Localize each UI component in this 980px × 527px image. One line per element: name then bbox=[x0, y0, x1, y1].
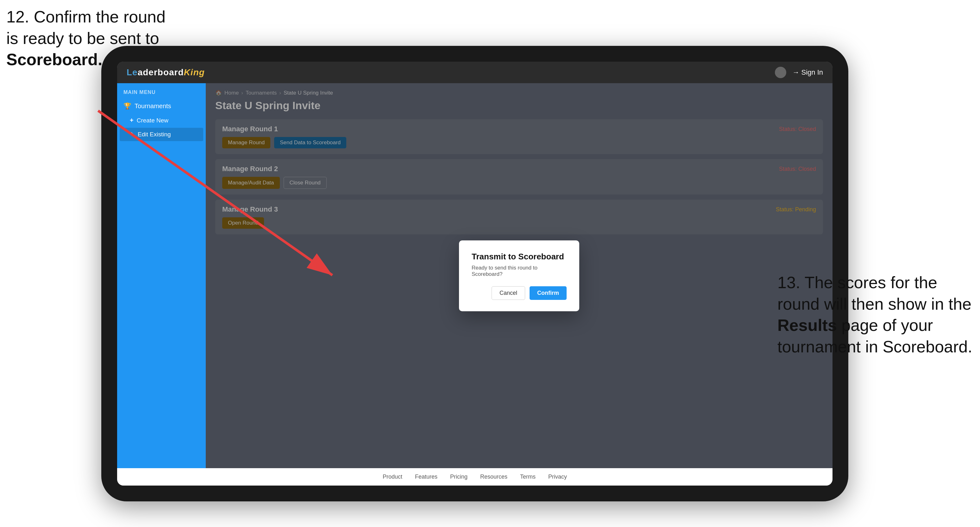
nav-right: → Sign In bbox=[775, 67, 823, 78]
cancel-button[interactable]: Cancel bbox=[492, 286, 525, 300]
modal-title: Transmit to Scoreboard bbox=[472, 252, 566, 262]
edit-icon: ✎ bbox=[130, 131, 135, 138]
tablet-frame: LeaderboardKing → Sign In MAIN MENU 🏆 To… bbox=[101, 46, 848, 502]
sidebar-item-create-new[interactable]: + Create New bbox=[117, 114, 206, 127]
sidebar-item-tournaments[interactable]: 🏆 Tournaments bbox=[117, 98, 206, 114]
top-navigation: LeaderboardKing → Sign In bbox=[117, 62, 832, 83]
footer-link-privacy[interactable]: Privacy bbox=[548, 473, 567, 480]
user-avatar-icon bbox=[775, 67, 786, 78]
content-area: 🏠 Home › Tournaments › State U Spring In… bbox=[206, 83, 832, 468]
plus-icon: + bbox=[130, 117, 134, 124]
footer-link-terms[interactable]: Terms bbox=[520, 473, 536, 480]
transmit-modal: Transmit to Scoreboard Ready to send thi… bbox=[459, 240, 579, 311]
footer-link-features[interactable]: Features bbox=[415, 473, 438, 480]
trophy-icon: 🏆 bbox=[123, 102, 131, 110]
sidebar: MAIN MENU 🏆 Tournaments + Create New ✎ E… bbox=[117, 83, 206, 468]
sidebar-item-edit-existing[interactable]: ✎ Edit Existing bbox=[120, 128, 203, 141]
modal-subtitle: Ready to send this round to Scoreboard? bbox=[472, 265, 566, 278]
annotation-step-12: 12. Confirm the round is ready to be sen… bbox=[6, 6, 165, 71]
confirm-button[interactable]: Confirm bbox=[530, 286, 566, 300]
modal-overlay: Transmit to Scoreboard Ready to send thi… bbox=[206, 83, 832, 468]
tablet-screen: LeaderboardKing → Sign In MAIN MENU 🏆 To… bbox=[117, 62, 832, 486]
modal-actions: Cancel Confirm bbox=[472, 286, 566, 300]
sign-in-button[interactable]: → Sign In bbox=[792, 68, 823, 76]
footer-link-pricing[interactable]: Pricing bbox=[450, 473, 468, 480]
footer-link-resources[interactable]: Resources bbox=[480, 473, 508, 480]
footer: Product Features Pricing Resources Terms… bbox=[117, 468, 832, 486]
main-menu-label: MAIN MENU bbox=[117, 89, 206, 98]
main-layout: MAIN MENU 🏆 Tournaments + Create New ✎ E… bbox=[117, 83, 832, 468]
annotation-step-13: 13. The scores for the round will then s… bbox=[777, 272, 974, 357]
footer-link-product[interactable]: Product bbox=[383, 473, 402, 480]
